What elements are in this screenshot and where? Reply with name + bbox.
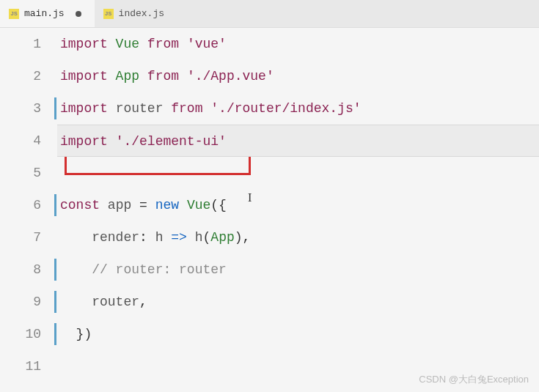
code-content[interactable]: I import Vue from 'vue'import App from '… bbox=[57, 28, 539, 392]
code-line[interactable]: import router from './router/index.js' bbox=[57, 92, 539, 125]
line-number: 3 bbox=[0, 92, 41, 125]
tab-bar: JS main.js JS index.js bbox=[0, 0, 539, 28]
modified-indicator-icon bbox=[76, 11, 81, 17]
line-number: 1 bbox=[0, 28, 41, 60]
line-number: 2 bbox=[0, 60, 41, 92]
js-icon: JS bbox=[9, 9, 19, 19]
line-number: 6 bbox=[0, 189, 41, 221]
code-line[interactable]: import App from './App.vue' bbox=[57, 60, 539, 92]
code-line[interactable]: router, bbox=[57, 286, 539, 318]
line-number: 7 bbox=[0, 221, 41, 254]
line-number: 10 bbox=[0, 318, 41, 350]
watermark: CSDN @大白兔Exception bbox=[419, 373, 529, 386]
tab-index-js[interactable]: JS index.js bbox=[95, 0, 177, 27]
line-number-gutter: 1234567891011 bbox=[0, 28, 57, 392]
code-line[interactable]: render: h => h(App), bbox=[57, 221, 539, 254]
code-line[interactable]: // router: router bbox=[57, 254, 539, 286]
code-line[interactable]: const app = new Vue({ bbox=[57, 189, 539, 221]
tab-label: main.js bbox=[24, 8, 65, 19]
tab-main-js[interactable]: JS main.js bbox=[0, 0, 95, 27]
code-line[interactable]: }) bbox=[57, 318, 539, 350]
line-number: 4 bbox=[0, 125, 41, 157]
code-line[interactable]: import Vue from 'vue' bbox=[57, 28, 539, 60]
tab-label: index.js bbox=[119, 8, 164, 19]
line-number: 11 bbox=[0, 350, 41, 382]
code-line[interactable]: import './element-ui' bbox=[57, 125, 539, 157]
js-icon: JS bbox=[103, 9, 114, 19]
code-editor[interactable]: 1234567891011 I import Vue from 'vue'imp… bbox=[0, 28, 539, 392]
line-number: 8 bbox=[0, 254, 41, 286]
line-number: 9 bbox=[0, 286, 41, 318]
line-number: 5 bbox=[0, 157, 41, 189]
code-line[interactable] bbox=[57, 157, 539, 189]
